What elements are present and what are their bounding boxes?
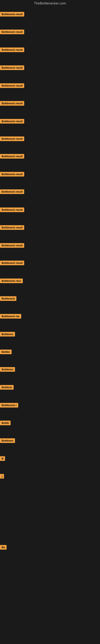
result-row: Bottleneck resu <box>0 278 23 284</box>
result-row: Bottleneck res <box>0 314 21 320</box>
site-title: TheBottlenecker.com <box>0 0 100 6</box>
result-row: Bottleneck result <box>0 66 24 71</box>
bottleneck-result-label: Bottleneck result <box>0 66 24 70</box>
result-row: Bottleneck result <box>0 260 24 266</box>
result-row: Bottleneck result <box>0 101 24 106</box>
result-row: Bottlenec <box>0 367 15 372</box>
result-row: Bottleneck <box>0 296 16 302</box>
bottleneck-result-label: Bottleneck res <box>0 314 21 318</box>
bottleneck-result-label: Bottleneck result <box>0 101 24 106</box>
bottleneck-result-label: Bottle <box>0 420 11 425</box>
result-row: Bottle <box>0 420 11 426</box>
result-row: Bottleneck result <box>0 154 24 160</box>
result-row: B <box>0 456 5 462</box>
bottleneck-result-label: Bottlenec <box>0 332 15 336</box>
result-row: Bottleneck result <box>0 12 24 17</box>
bottleneck-result-label: Bottleneck result <box>0 208 24 212</box>
result-row: Bottler <box>0 350 12 355</box>
bottleneck-result-label: Bottleneck result <box>0 243 24 248</box>
result-row: Bottlenec <box>0 438 15 444</box>
bottleneck-result-label: Bottleneck result <box>0 48 24 52</box>
result-row: Bo <box>0 545 7 550</box>
result-row: | <box>0 474 4 480</box>
bottleneck-result-label: Bottleneck result <box>0 119 24 124</box>
result-row: Bottlene <box>0 385 14 390</box>
result-row: Bottleneck result <box>0 119 24 124</box>
bottleneck-result-label: Bottleneck <box>0 296 16 301</box>
bottleneck-result-label: B <box>0 456 5 461</box>
result-row: Bottleneck result <box>0 136 24 142</box>
result-row: Bottleneck result <box>0 190 24 195</box>
result-row: Bottleneck result <box>0 30 24 35</box>
bottleneck-result-label: Bottler <box>0 350 12 354</box>
bottleneck-result-label: Bottleneck result <box>0 154 24 158</box>
result-row: Bottleneck r <box>0 403 18 408</box>
bottleneck-result-label: Bottlenec <box>0 367 15 372</box>
bottleneck-result-label: Bo <box>0 545 7 550</box>
bottleneck-result-label: Bottlenec <box>0 438 15 443</box>
result-row: Bottleneck result <box>0 48 24 53</box>
result-row: Bottlenec <box>0 332 15 337</box>
bottleneck-result-label: Bottleneck result <box>0 136 24 141</box>
bottleneck-result-label: Bottleneck result <box>0 83 24 88</box>
result-row: Bottleneck result <box>0 225 24 231</box>
bottleneck-result-label: Bottlene <box>0 385 14 390</box>
bottleneck-result-label: Bottleneck result <box>0 190 24 194</box>
result-row: Bottleneck result <box>0 243 24 248</box>
bottleneck-result-label: Bottleneck result <box>0 12 24 16</box>
bottleneck-result-label: Bottleneck result <box>0 30 24 34</box>
result-row: Bottleneck result <box>0 83 24 89</box>
bottleneck-result-label: Bottleneck result <box>0 172 24 176</box>
bottleneck-result-label: | <box>0 474 4 478</box>
bottleneck-result-label: Bottleneck resu <box>0 278 23 283</box>
bottleneck-result-label: Bottleneck result <box>0 225 24 230</box>
bottleneck-result-label: Bottleneck r <box>0 403 18 408</box>
result-row: Bottleneck result <box>0 172 24 177</box>
result-row: Bottleneck result <box>0 208 24 213</box>
bottleneck-result-label: Bottleneck result <box>0 260 24 265</box>
